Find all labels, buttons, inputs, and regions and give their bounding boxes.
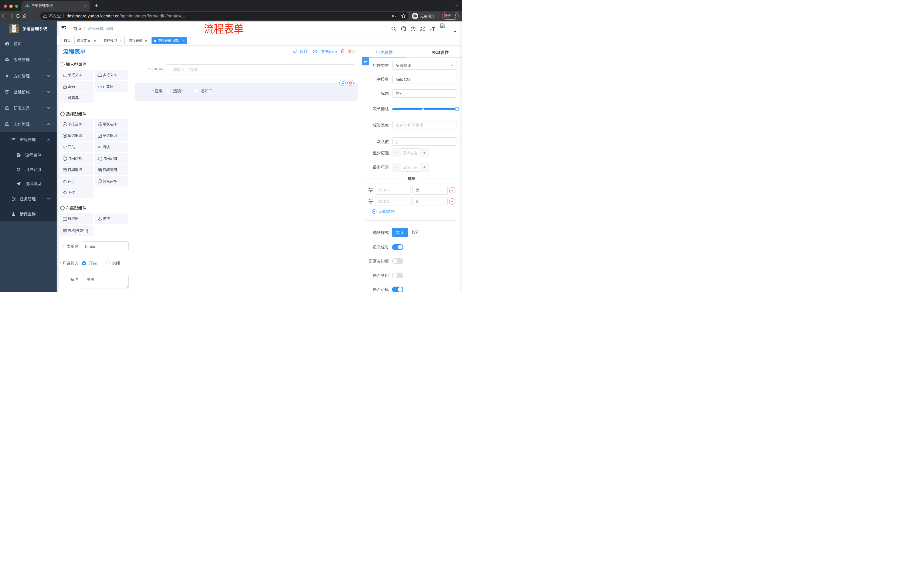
svg-text:123: 123 xyxy=(97,85,102,88)
